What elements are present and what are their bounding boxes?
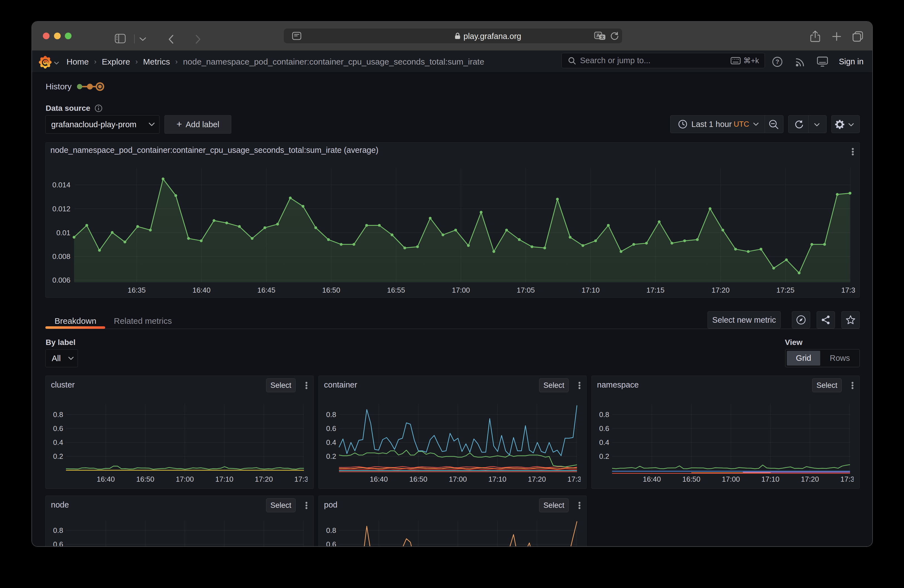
svg-text:0.4: 0.4 <box>326 438 336 447</box>
svg-text:17:05: 17:05 <box>517 286 535 294</box>
svg-text:0.2: 0.2 <box>326 452 336 460</box>
svg-text:17:25: 17:25 <box>776 286 794 294</box>
svg-text:17:30: 17:30 <box>840 475 858 483</box>
svg-text:17:30: 17:30 <box>294 475 312 483</box>
svg-text:17:20: 17:20 <box>528 475 546 483</box>
svg-text:17:00: 17:00 <box>175 475 194 483</box>
svg-text:16:50: 16:50 <box>682 475 700 483</box>
svg-text:0.01: 0.01 <box>56 229 70 237</box>
svg-text:0.8: 0.8 <box>53 410 63 419</box>
svg-text:0.006: 0.006 <box>52 276 70 284</box>
svg-text:17:00: 17:00 <box>452 286 470 294</box>
svg-text:0.4: 0.4 <box>53 438 63 447</box>
svg-text:0.6: 0.6 <box>53 424 63 433</box>
svg-text:17:30: 17:30 <box>841 286 859 294</box>
svg-text:16:35: 16:35 <box>128 286 145 294</box>
svg-text:17:00: 17:00 <box>449 475 467 483</box>
svg-text:16:50: 16:50 <box>322 286 340 294</box>
svg-text:16:45: 16:45 <box>257 286 275 294</box>
svg-text:0.2: 0.2 <box>599 452 609 460</box>
svg-text:16:40: 16:40 <box>96 475 115 483</box>
svg-text:17:30: 17:30 <box>567 475 585 483</box>
svg-text:0.008: 0.008 <box>52 252 70 261</box>
svg-text:17:15: 17:15 <box>646 286 664 294</box>
svg-text:0.6: 0.6 <box>599 424 609 433</box>
svg-text:0.012: 0.012 <box>52 205 70 213</box>
svg-text:16:55: 16:55 <box>387 286 405 294</box>
svg-text:17:10: 17:10 <box>488 475 506 483</box>
svg-text:0.6: 0.6 <box>326 424 336 433</box>
svg-text:0.4: 0.4 <box>599 438 609 447</box>
svg-text:文: 文 <box>601 35 604 39</box>
svg-text:17:10: 17:10 <box>582 286 599 294</box>
svg-text:16:40: 16:40 <box>192 286 210 294</box>
svg-text:16:40: 16:40 <box>643 475 661 483</box>
svg-text:?: ? <box>775 58 779 65</box>
svg-text:16:40: 16:40 <box>370 475 388 483</box>
svg-text:0.014: 0.014 <box>52 181 70 189</box>
svg-text:0.6: 0.6 <box>53 540 63 547</box>
svg-text:17:10: 17:10 <box>761 475 779 483</box>
svg-text:17:10: 17:10 <box>215 475 233 483</box>
svg-text:0.8: 0.8 <box>53 526 63 534</box>
svg-text:0.8: 0.8 <box>326 526 336 534</box>
svg-text:17:20: 17:20 <box>711 286 730 294</box>
svg-text:0.2: 0.2 <box>53 452 63 460</box>
svg-text:0.6: 0.6 <box>326 540 336 547</box>
svg-text:0.8: 0.8 <box>326 410 336 419</box>
svg-text:16:50: 16:50 <box>136 475 154 483</box>
svg-text:17:20: 17:20 <box>254 475 273 483</box>
svg-text:17:00: 17:00 <box>722 475 740 483</box>
svg-text:17:20: 17:20 <box>801 475 819 483</box>
svg-text:0.8: 0.8 <box>599 410 609 419</box>
svg-text:16:50: 16:50 <box>409 475 427 483</box>
